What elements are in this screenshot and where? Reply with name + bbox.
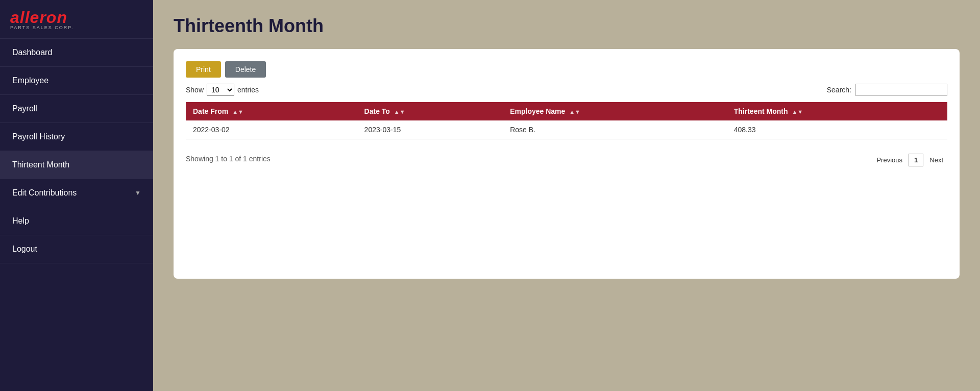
sidebar-item-label-dashboard: Dashboard — [12, 48, 52, 57]
sidebar-item-label-payroll: Payroll — [12, 104, 37, 113]
content-card: Print Delete Show 10 25 50 100 entries S… — [174, 49, 960, 279]
col-date-to-label: Date To — [364, 107, 390, 115]
table-header-row: Date From ▲▼ Date To ▲▼ Employee Name ▲▼… — [186, 102, 947, 120]
entries-label: entries — [237, 86, 259, 94]
table-body: 2022-03-022023-03-15Rose B.408.33 — [186, 120, 947, 139]
previous-button[interactable]: Previous — [872, 154, 906, 166]
sort-icon-employee-name: ▲▼ — [569, 109, 580, 115]
next-button[interactable]: Next — [925, 154, 947, 166]
col-thirteent-month[interactable]: Thirteent Month ▲▼ — [727, 102, 947, 120]
sidebar-item-label-logout: Logout — [12, 245, 37, 254]
entries-row: Show 10 25 50 100 entries — [186, 84, 259, 96]
sort-icon-thirteent-month: ▲▼ — [792, 109, 803, 115]
sidebar-item-employee[interactable]: Employee — [0, 67, 153, 95]
show-label: Show — [186, 86, 204, 94]
pagination-controls: Previous 1 Next — [872, 154, 947, 166]
sidebar-item-label-help: Help — [12, 216, 29, 226]
data-table: Date From ▲▼ Date To ▲▼ Employee Name ▲▼… — [186, 102, 947, 139]
bottom-row: Showing 1 to 1 of 1 entries Previous 1 N… — [186, 145, 947, 166]
page-1-button[interactable]: 1 — [909, 154, 923, 166]
logo-area: alleron PARTS SALES CORP. — [0, 0, 153, 39]
col-employee-name[interactable]: Employee Name ▲▼ — [503, 102, 727, 120]
col-employee-name-label: Employee Name — [510, 107, 565, 115]
sidebar-item-help[interactable]: Help — [0, 207, 153, 235]
logo-sub: PARTS SALES CORP. — [10, 25, 74, 30]
delete-button[interactable]: Delete — [225, 61, 266, 78]
sidebar-item-label-thirteent-month: Thirteent Month — [12, 160, 69, 169]
sidebar-item-edit-contributions[interactable]: Edit Contributions ▼ — [0, 179, 153, 207]
page-title: Thirteenth Month — [174, 15, 960, 37]
entries-select[interactable]: 10 25 50 100 — [207, 84, 234, 96]
cell-date_to: 2023-03-15 — [357, 120, 503, 139]
search-label: Search: — [827, 86, 851, 94]
search-input[interactable] — [855, 84, 947, 96]
search-row: Search: — [827, 84, 947, 96]
cell-thirteent_month: 408.33 — [727, 120, 947, 139]
sidebar-item-thirteent-month[interactable]: Thirteent Month — [0, 151, 153, 179]
sidebar-item-label-edit-contributions: Edit Contributions — [12, 188, 77, 198]
sidebar-item-dashboard[interactable]: Dashboard — [0, 39, 153, 67]
col-date-from-label: Date From — [193, 107, 228, 115]
sort-icon-date-to: ▲▼ — [394, 109, 405, 115]
sidebar-item-payroll[interactable]: Payroll — [0, 95, 153, 123]
pagination-info: Showing 1 to 1 of 1 entries — [186, 155, 271, 163]
sidebar-item-label-employee: Employee — [12, 76, 48, 85]
toolbar: Print Delete — [186, 61, 947, 78]
table-row: 2022-03-022023-03-15Rose B.408.33 — [186, 120, 947, 139]
sidebar: alleron PARTS SALES CORP. Dashboard Empl… — [0, 0, 153, 391]
col-date-to[interactable]: Date To ▲▼ — [357, 102, 503, 120]
col-date-from[interactable]: Date From ▲▼ — [186, 102, 357, 120]
logo-main: alleron — [10, 8, 67, 27]
sidebar-item-payroll-history[interactable]: Payroll History — [0, 123, 153, 151]
sort-icon-date-from: ▲▼ — [232, 109, 243, 115]
cell-date_from: 2022-03-02 — [186, 120, 357, 139]
print-button[interactable]: Print — [186, 61, 221, 78]
main-content: Thirteenth Month Print Delete Show 10 25… — [153, 0, 980, 391]
sidebar-item-logout[interactable]: Logout — [0, 235, 153, 263]
cell-employee_name: Rose B. — [503, 120, 727, 139]
col-thirteent-month-label: Thirteent Month — [734, 107, 788, 115]
table-controls: Show 10 25 50 100 entries Search: — [186, 84, 947, 100]
sidebar-item-label-payroll-history: Payroll History — [12, 132, 65, 141]
chevron-down-icon: ▼ — [135, 189, 141, 197]
